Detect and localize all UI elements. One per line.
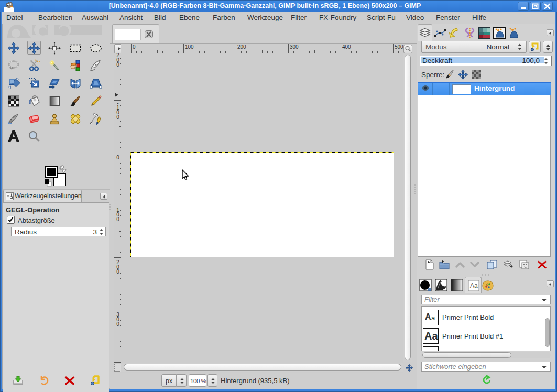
svg-text:0: 0 [116,62,119,68]
svg-text:0: 0 [116,216,119,222]
svg-text:Aa: Aa [470,282,478,289]
svg-text:500: 500 [395,44,403,50]
svg-text:200: 200 [237,44,246,50]
svg-text:400: 400 [342,44,351,50]
svg-text:0: 0 [116,321,119,327]
svg-text:0: 0 [116,155,119,160]
svg-text:0: 0 [116,269,119,275]
svg-text:0: 0 [133,44,136,50]
svg-text:100: 100 [185,44,194,50]
svg-text:0: 0 [116,114,119,120]
svg-text:300: 300 [290,44,299,50]
